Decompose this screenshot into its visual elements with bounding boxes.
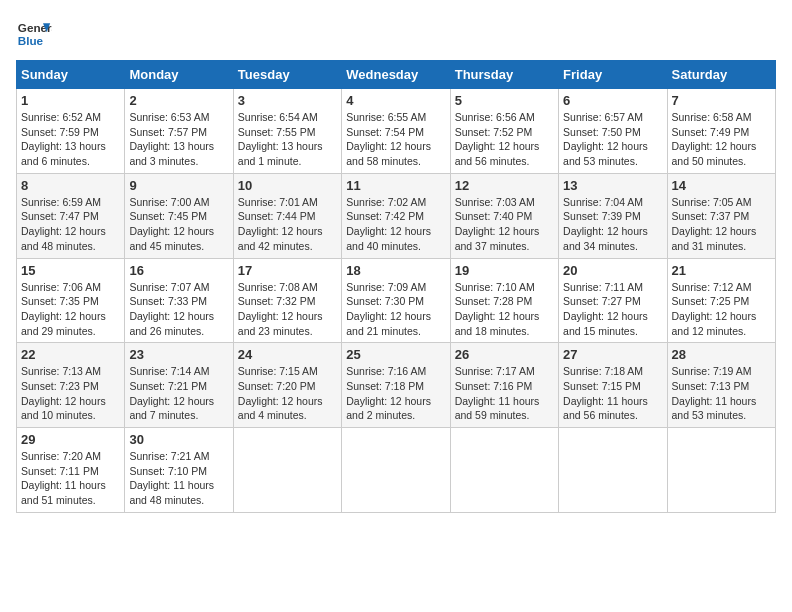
day-number: 3 [238,93,337,108]
calendar-cell: 18 Sunrise: 7:09 AMSunset: 7:30 PMDaylig… [342,258,450,343]
day-number: 1 [21,93,120,108]
calendar-cell: 9 Sunrise: 7:00 AMSunset: 7:45 PMDayligh… [125,173,233,258]
calendar-cell: 17 Sunrise: 7:08 AMSunset: 7:32 PMDaylig… [233,258,341,343]
day-number: 23 [129,347,228,362]
calendar-cell: 25 Sunrise: 7:16 AMSunset: 7:18 PMDaylig… [342,343,450,428]
calendar-cell: 28 Sunrise: 7:19 AMSunset: 7:13 PMDaylig… [667,343,775,428]
day-info: Sunrise: 6:53 AMSunset: 7:57 PMDaylight:… [129,110,228,169]
day-number: 22 [21,347,120,362]
day-header-friday: Friday [559,61,667,89]
day-header-wednesday: Wednesday [342,61,450,89]
day-info: Sunrise: 7:19 AMSunset: 7:13 PMDaylight:… [672,364,771,423]
day-info: Sunrise: 7:13 AMSunset: 7:23 PMDaylight:… [21,364,120,423]
calendar-cell [667,428,775,513]
day-info: Sunrise: 7:08 AMSunset: 7:32 PMDaylight:… [238,280,337,339]
calendar-cell: 16 Sunrise: 7:07 AMSunset: 7:33 PMDaylig… [125,258,233,343]
day-number: 17 [238,263,337,278]
calendar-cell [233,428,341,513]
day-number: 16 [129,263,228,278]
calendar-cell: 12 Sunrise: 7:03 AMSunset: 7:40 PMDaylig… [450,173,558,258]
day-info: Sunrise: 7:11 AMSunset: 7:27 PMDaylight:… [563,280,662,339]
day-number: 5 [455,93,554,108]
day-number: 2 [129,93,228,108]
calendar-cell: 8 Sunrise: 6:59 AMSunset: 7:47 PMDayligh… [17,173,125,258]
calendar-week-row: 1 Sunrise: 6:52 AMSunset: 7:59 PMDayligh… [17,89,776,174]
day-info: Sunrise: 6:56 AMSunset: 7:52 PMDaylight:… [455,110,554,169]
day-info: Sunrise: 7:00 AMSunset: 7:45 PMDaylight:… [129,195,228,254]
day-header-thursday: Thursday [450,61,558,89]
day-number: 28 [672,347,771,362]
day-number: 4 [346,93,445,108]
day-number: 14 [672,178,771,193]
day-number: 7 [672,93,771,108]
calendar-cell: 3 Sunrise: 6:54 AMSunset: 7:55 PMDayligh… [233,89,341,174]
day-info: Sunrise: 7:06 AMSunset: 7:35 PMDaylight:… [21,280,120,339]
calendar-cell: 6 Sunrise: 6:57 AMSunset: 7:50 PMDayligh… [559,89,667,174]
day-number: 29 [21,432,120,447]
day-number: 26 [455,347,554,362]
day-info: Sunrise: 6:58 AMSunset: 7:49 PMDaylight:… [672,110,771,169]
logo-icon: General Blue [16,16,52,52]
header: General Blue [16,16,776,52]
day-number: 11 [346,178,445,193]
day-info: Sunrise: 6:54 AMSunset: 7:55 PMDaylight:… [238,110,337,169]
day-number: 15 [21,263,120,278]
calendar-cell: 5 Sunrise: 6:56 AMSunset: 7:52 PMDayligh… [450,89,558,174]
day-number: 9 [129,178,228,193]
day-number: 13 [563,178,662,193]
calendar-week-row: 15 Sunrise: 7:06 AMSunset: 7:35 PMDaylig… [17,258,776,343]
day-info: Sunrise: 7:07 AMSunset: 7:33 PMDaylight:… [129,280,228,339]
day-header-tuesday: Tuesday [233,61,341,89]
day-info: Sunrise: 6:52 AMSunset: 7:59 PMDaylight:… [21,110,120,169]
calendar-cell: 15 Sunrise: 7:06 AMSunset: 7:35 PMDaylig… [17,258,125,343]
day-info: Sunrise: 7:15 AMSunset: 7:20 PMDaylight:… [238,364,337,423]
day-info: Sunrise: 7:21 AMSunset: 7:10 PMDaylight:… [129,449,228,508]
calendar-cell: 30 Sunrise: 7:21 AMSunset: 7:10 PMDaylig… [125,428,233,513]
day-info: Sunrise: 7:17 AMSunset: 7:16 PMDaylight:… [455,364,554,423]
day-number: 8 [21,178,120,193]
day-number: 18 [346,263,445,278]
day-info: Sunrise: 7:04 AMSunset: 7:39 PMDaylight:… [563,195,662,254]
calendar-cell: 20 Sunrise: 7:11 AMSunset: 7:27 PMDaylig… [559,258,667,343]
day-info: Sunrise: 6:55 AMSunset: 7:54 PMDaylight:… [346,110,445,169]
logo: General Blue [16,16,52,52]
day-number: 10 [238,178,337,193]
calendar-body: 1 Sunrise: 6:52 AMSunset: 7:59 PMDayligh… [17,89,776,513]
day-info: Sunrise: 7:09 AMSunset: 7:30 PMDaylight:… [346,280,445,339]
day-info: Sunrise: 7:14 AMSunset: 7:21 PMDaylight:… [129,364,228,423]
day-number: 30 [129,432,228,447]
day-info: Sunrise: 7:02 AMSunset: 7:42 PMDaylight:… [346,195,445,254]
day-info: Sunrise: 7:12 AMSunset: 7:25 PMDaylight:… [672,280,771,339]
day-header-saturday: Saturday [667,61,775,89]
day-info: Sunrise: 7:05 AMSunset: 7:37 PMDaylight:… [672,195,771,254]
calendar-cell [450,428,558,513]
calendar-week-row: 8 Sunrise: 6:59 AMSunset: 7:47 PMDayligh… [17,173,776,258]
calendar-cell: 1 Sunrise: 6:52 AMSunset: 7:59 PMDayligh… [17,89,125,174]
day-info: Sunrise: 6:59 AMSunset: 7:47 PMDaylight:… [21,195,120,254]
day-info: Sunrise: 7:03 AMSunset: 7:40 PMDaylight:… [455,195,554,254]
calendar-header-row: SundayMondayTuesdayWednesdayThursdayFrid… [17,61,776,89]
calendar-table: SundayMondayTuesdayWednesdayThursdayFrid… [16,60,776,513]
calendar-cell: 24 Sunrise: 7:15 AMSunset: 7:20 PMDaylig… [233,343,341,428]
calendar-cell: 27 Sunrise: 7:18 AMSunset: 7:15 PMDaylig… [559,343,667,428]
calendar-cell: 2 Sunrise: 6:53 AMSunset: 7:57 PMDayligh… [125,89,233,174]
day-info: Sunrise: 7:20 AMSunset: 7:11 PMDaylight:… [21,449,120,508]
day-info: Sunrise: 7:10 AMSunset: 7:28 PMDaylight:… [455,280,554,339]
calendar-cell [342,428,450,513]
day-info: Sunrise: 7:16 AMSunset: 7:18 PMDaylight:… [346,364,445,423]
day-number: 25 [346,347,445,362]
day-number: 6 [563,93,662,108]
calendar-cell: 26 Sunrise: 7:17 AMSunset: 7:16 PMDaylig… [450,343,558,428]
day-number: 12 [455,178,554,193]
calendar-cell: 29 Sunrise: 7:20 AMSunset: 7:11 PMDaylig… [17,428,125,513]
day-info: Sunrise: 6:57 AMSunset: 7:50 PMDaylight:… [563,110,662,169]
calendar-cell: 23 Sunrise: 7:14 AMSunset: 7:21 PMDaylig… [125,343,233,428]
calendar-cell: 19 Sunrise: 7:10 AMSunset: 7:28 PMDaylig… [450,258,558,343]
calendar-cell: 13 Sunrise: 7:04 AMSunset: 7:39 PMDaylig… [559,173,667,258]
calendar-cell: 11 Sunrise: 7:02 AMSunset: 7:42 PMDaylig… [342,173,450,258]
day-header-monday: Monday [125,61,233,89]
calendar-cell: 22 Sunrise: 7:13 AMSunset: 7:23 PMDaylig… [17,343,125,428]
day-info: Sunrise: 7:01 AMSunset: 7:44 PMDaylight:… [238,195,337,254]
day-info: Sunrise: 7:18 AMSunset: 7:15 PMDaylight:… [563,364,662,423]
day-number: 19 [455,263,554,278]
